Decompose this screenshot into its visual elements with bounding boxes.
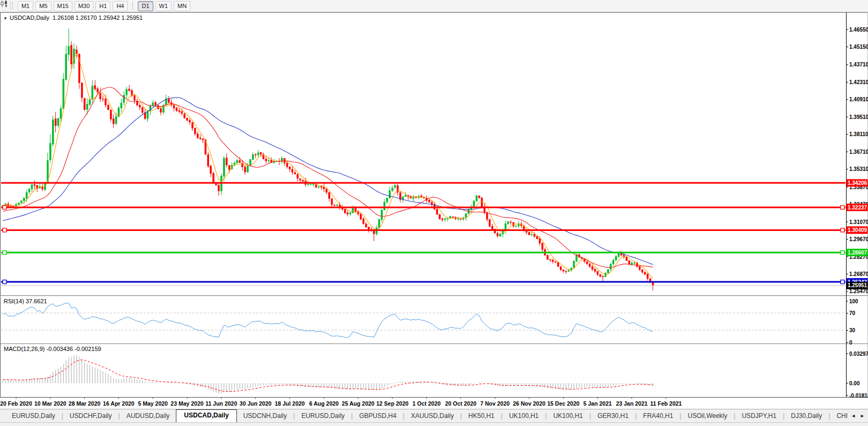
symbol-tab-bar: EURUSD,Daily|USDCHF,Daily|AUDUSD,DailyUS… bbox=[0, 409, 868, 422]
tab-uk100-h1[interactable]: UK100,H1 bbox=[547, 410, 589, 422]
collapse-caret-icon[interactable]: ▼ bbox=[3, 16, 8, 21]
line-handle bbox=[3, 251, 6, 255]
line-handle bbox=[841, 251, 844, 255]
toolbar-grip[interactable] bbox=[10, 2, 13, 10]
tab-scroll-right-icon[interactable]: ► bbox=[860, 413, 865, 418]
rsi-level-lines bbox=[1, 313, 845, 330]
tab-hk50-h1[interactable]: HK50,H1 bbox=[462, 410, 501, 422]
rsi-indicator bbox=[3, 303, 653, 338]
svg-text:1.39510: 1.39510 bbox=[849, 114, 868, 120]
candles bbox=[2, 28, 654, 290]
date-axis: 20 Feb 202010 Mar 202028 Mar 202016 Apr … bbox=[0, 398, 682, 407]
svg-text:1.31070: 1.31070 bbox=[849, 219, 868, 225]
svg-text:70: 70 bbox=[849, 310, 856, 316]
svg-text:1.40910: 1.40910 bbox=[849, 96, 868, 102]
svg-text:1.43710: 1.43710 bbox=[849, 62, 868, 68]
svg-text:-0.01815: -0.01815 bbox=[849, 393, 868, 399]
date-label: 11 Feb 2021 bbox=[650, 400, 682, 407]
date-label: 12 Sep 2020 bbox=[376, 400, 409, 407]
date-label: 7 Nov 2020 bbox=[480, 400, 510, 407]
tab-dj30-daily[interactable]: DJ30,Daily bbox=[784, 410, 828, 422]
price-tag-1.28607: 1.28607 bbox=[848, 250, 867, 256]
timeframe-toolbar: M1M5M15M30H1H4D1W1MN bbox=[17, 1, 191, 11]
line-handle bbox=[3, 228, 6, 232]
top-toolbar: ▼ M1M5M15M30H1H4D1W1MN bbox=[0, 0, 868, 12]
candlestick-chart-icon bbox=[0, 0, 9, 8]
svg-text:1.46550: 1.46550 bbox=[849, 27, 868, 33]
svg-text:1.42310: 1.42310 bbox=[849, 79, 868, 85]
timeframe-button-w1[interactable]: W1 bbox=[155, 1, 172, 11]
tab-scroll-left-icon[interactable]: ◄ bbox=[851, 413, 856, 418]
date-label: 26 Nov 2020 bbox=[513, 400, 546, 407]
tab-xauusd-daily[interactable]: XAUUSD,Daily bbox=[404, 410, 460, 422]
svg-text:0.032972: 0.032972 bbox=[849, 351, 868, 357]
moving-average-45 bbox=[3, 98, 653, 265]
chart-window[interactable]: 1.465501.451501.437101.423101.409101.395… bbox=[0, 12, 868, 409]
date-label: 23 May 2020 bbox=[170, 400, 203, 407]
date-label: 6 Aug 2020 bbox=[309, 400, 339, 407]
timeframe-button-h1[interactable]: H1 bbox=[95, 1, 110, 11]
moving-average-5 bbox=[3, 54, 653, 279]
price-tag-1.32237: 1.32237 bbox=[848, 205, 867, 211]
timeframe-button-m1[interactable]: M1 bbox=[18, 1, 33, 11]
tab-usdchf-daily[interactable]: USDCHF,Daily bbox=[63, 410, 118, 422]
tab-eurusd-daily[interactable]: EURUSD,Daily bbox=[295, 410, 351, 422]
date-label: 5 Jan 2021 bbox=[583, 400, 612, 407]
date-label: 1 Oct 2020 bbox=[412, 400, 441, 407]
tab-uk100-h1[interactable]: UK100,H1 bbox=[502, 410, 545, 422]
svg-text:1.38110: 1.38110 bbox=[849, 131, 868, 137]
svg-text:1.26870: 1.26870 bbox=[849, 271, 868, 277]
tab-eurusd-daily[interactable]: EURUSD,Daily bbox=[5, 410, 62, 422]
chart-ohlc-values: 1.26108 1.26170 1.25942 1.25951 bbox=[53, 14, 143, 21]
timeframe-button-m5[interactable]: M5 bbox=[35, 1, 51, 11]
price-chart-svg: 1.465501.451501.437101.423101.409101.395… bbox=[0, 12, 868, 409]
line-handle bbox=[841, 280, 844, 284]
toolbar-separator bbox=[132, 2, 133, 10]
chart-type-icon[interactable]: ▼ bbox=[3, 4, 8, 8]
tab-fra40-h1[interactable]: FRA40,H1 bbox=[637, 410, 680, 422]
date-label: 15 Dec 2020 bbox=[547, 400, 580, 407]
timeframe-button-h4[interactable]: H4 bbox=[113, 1, 128, 11]
date-label: 20 Feb 2020 bbox=[0, 400, 32, 407]
date-label: 18 Jul 2020 bbox=[275, 400, 305, 407]
current-price-tag: 1.25951 bbox=[848, 282, 867, 288]
ma-line-45 bbox=[3, 98, 653, 265]
line-handle bbox=[841, 228, 844, 232]
timeframe-button-d1[interactable]: D1 bbox=[138, 1, 153, 11]
tab-audusd-daily[interactable]: AUDUSD,Daily bbox=[120, 410, 176, 422]
svg-text:1.45150: 1.45150 bbox=[849, 44, 868, 50]
ma-line-20 bbox=[3, 87, 653, 267]
timeframe-button-m30[interactable]: M30 bbox=[75, 1, 93, 11]
tab-usdcad-daily[interactable]: USDCAD,Daily bbox=[176, 409, 236, 422]
tab-usoil-weekly[interactable]: USOil,Weekly bbox=[681, 410, 734, 422]
tab-scroll-arrows: ◄ ► bbox=[848, 409, 868, 422]
svg-text:0.00: 0.00 bbox=[849, 380, 860, 386]
date-label: 30 Jun 2020 bbox=[240, 400, 272, 407]
line-handle bbox=[3, 280, 6, 284]
timeframe-button-mn[interactable]: MN bbox=[174, 1, 190, 11]
timeframe-button-m15[interactable]: M15 bbox=[54, 1, 72, 11]
date-label: 23 Jan 2021 bbox=[616, 400, 648, 407]
date-label: 11 Jun 2020 bbox=[205, 400, 237, 407]
line-handle bbox=[841, 206, 844, 210]
svg-text:1.35310: 1.35310 bbox=[849, 166, 868, 172]
chart-symbol-period: USDCAD,Daily bbox=[10, 14, 49, 21]
svg-text:0: 0 bbox=[849, 340, 852, 346]
tab-usdcnh-daily[interactable]: USDCNH,Daily bbox=[237, 410, 293, 422]
svg-text:1.29670: 1.29670 bbox=[849, 236, 868, 242]
tab-gbpusd-h4[interactable]: GBPUSD,H4 bbox=[353, 410, 403, 422]
svg-text:30: 30 bbox=[849, 327, 856, 333]
tab-ger30-h1[interactable]: GER30,H1 bbox=[591, 410, 635, 422]
price-tag-1.34206: 1.34206 bbox=[848, 180, 867, 186]
tab-usdjpy-h1[interactable]: USDJPY,H1 bbox=[736, 410, 783, 422]
rsi-indicator-label: RSI(14) 37.6621 bbox=[4, 298, 47, 304]
svg-text:100: 100 bbox=[849, 298, 858, 304]
price-tag-1.30409: 1.30409 bbox=[848, 227, 867, 233]
date-label: 28 Mar 2020 bbox=[69, 400, 101, 407]
rsi-line bbox=[3, 303, 653, 338]
moving-average-20 bbox=[3, 87, 653, 267]
date-label: 20 Oct 2020 bbox=[445, 400, 477, 407]
status-bar bbox=[0, 422, 868, 426]
svg-text:1.36710: 1.36710 bbox=[849, 149, 868, 155]
date-label: 25 Aug 2020 bbox=[342, 400, 375, 407]
